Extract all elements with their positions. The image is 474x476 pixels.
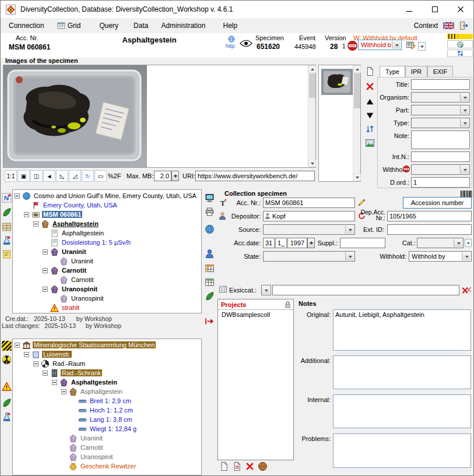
tree-item[interactable]: Uraninit (13, 256, 201, 266)
thumbnail-scrollbar[interactable] (353, 65, 360, 181)
type-select[interactable] (411, 118, 470, 128)
menu-help[interactable]: Help (218, 19, 242, 32)
tree-item[interactable]: Wiegt 1: 12,84 g (13, 424, 201, 433)
acc-date-day-input[interactable] (263, 238, 275, 248)
dep-acc-nr-input[interactable] (387, 211, 472, 221)
table-green-icon[interactable] (205, 277, 215, 287)
eye-icon[interactable] (240, 40, 252, 47)
page-icon[interactable] (219, 461, 229, 471)
scroll-down-button[interactable] (308, 160, 316, 167)
uri-input[interactable] (195, 171, 315, 181)
edit-pencil-icon[interactable] (357, 198, 366, 207)
scroll-thumb[interactable] (354, 73, 360, 108)
tree-item[interactable]: Uraninit (13, 433, 201, 443)
x-icon[interactable] (245, 461, 255, 471)
tree-item[interactable]: Carnotit (13, 275, 201, 284)
leaf-icon[interactable] (205, 291, 215, 301)
thumbnail-image[interactable] (321, 69, 353, 95)
withhold-select[interactable]: Withhold by (409, 251, 472, 262)
tree-item[interactable]: Asphaltgestein (13, 228, 201, 238)
exit-icon[interactable] (459, 21, 469, 30)
trefoil-icon[interactable] (2, 355, 12, 365)
menu-administration[interactable]: Administration (156, 19, 210, 32)
exsiccat-mini-select[interactable] (261, 285, 271, 295)
down-icon[interactable] (365, 111, 375, 121)
sort-icon[interactable] (365, 124, 375, 134)
rotate-right-button[interactable]: ◿ (69, 170, 81, 182)
max-mb-stepper[interactable] (171, 171, 179, 181)
tab-exif[interactable]: EXIF (427, 66, 453, 77)
int-n-input[interactable] (411, 151, 470, 162)
leaf-icon[interactable] (2, 398, 12, 408)
flip-horizontal-button[interactable]: ◫ (30, 170, 43, 182)
state-select[interactable] (263, 251, 355, 262)
menu-connection[interactable]: Connection (4, 19, 49, 32)
maximize-button[interactable] (422, 1, 448, 18)
cat-select[interactable] (417, 238, 464, 248)
collapse-icon[interactable] (33, 221, 38, 227)
accession-number-button[interactable]: Accession number (403, 197, 472, 209)
tree-item[interactable]: Cosmo and Union Gulf's Mine, Emery Count… (13, 191, 201, 200)
collapse-icon[interactable] (15, 343, 20, 348)
x-icon[interactable] (365, 82, 375, 91)
refresh-button[interactable]: ↻ (82, 170, 94, 182)
tree-item[interactable]: Uranospinit (13, 452, 201, 461)
tree-item[interactable]: Rad.-Raum (13, 359, 201, 368)
max-mb-input[interactable] (154, 171, 171, 181)
exsiccat-input[interactable] (272, 285, 459, 295)
scroll-down-button[interactable] (353, 174, 361, 181)
minimize-button[interactable] (396, 1, 422, 18)
depositor-input[interactable] (263, 211, 355, 221)
collapse-icon[interactable] (43, 287, 48, 292)
note-textarea[interactable] (411, 131, 470, 149)
flask-icon[interactable] (2, 235, 12, 245)
image-viewer[interactable] (3, 65, 316, 168)
collapse-icon[interactable] (24, 352, 29, 357)
source-select[interactable] (263, 224, 355, 235)
redarrow-icon[interactable] (205, 316, 215, 326)
organism-select[interactable] (411, 92, 470, 103)
collapse-icon[interactable] (61, 389, 66, 394)
collapse-icon[interactable] (52, 380, 57, 385)
image-withhold-select[interactable] (411, 164, 470, 175)
tree-item[interactable]: Luisenstr. (13, 350, 201, 359)
leaf-icon[interactable] (2, 207, 12, 217)
d-ord-input[interactable] (411, 177, 470, 188)
additional-textarea[interactable] (333, 355, 471, 389)
border-toggle-button[interactable]: ▭ (94, 170, 107, 182)
collapse-icon[interactable] (15, 193, 20, 199)
tree-item[interactable]: Carnotit (13, 443, 201, 452)
tab-ipr[interactable]: IPR (405, 66, 427, 77)
tree-item[interactable]: Uranospinit (13, 284, 201, 294)
tree-item[interactable]: Rad.-Schrank (13, 368, 201, 378)
fit-window-button[interactable]: ▣ (17, 170, 30, 182)
scroll-up-button[interactable] (353, 65, 361, 73)
specimen-tree[interactable]: Cosmo and Union Gulf's Mine, Emery Count… (12, 189, 202, 313)
tree-item[interactable]: Hoch 1: 1,2 cm (13, 406, 201, 415)
collapse-icon[interactable] (33, 361, 38, 366)
part-select[interactable] (411, 105, 470, 115)
header-dropdown-button[interactable] (418, 42, 426, 51)
hazard-icon[interactable] (2, 341, 12, 351)
collapse-icon[interactable] (43, 268, 48, 273)
tree-item[interactable]: Carnotit (13, 266, 201, 275)
tree-item[interactable]: Asphaltgestein (13, 378, 201, 387)
menu-grid[interactable]: Grid (52, 19, 86, 32)
monitor-icon[interactable] (205, 193, 215, 203)
thumbnail-panel[interactable] (318, 65, 361, 182)
tree-item[interactable]: Geschenk Rewitzer (13, 461, 201, 471)
tree-item[interactable]: Breit 1: 2,9 cm (13, 396, 201, 406)
tree-item[interactable]: Mineralogische Staatssammlung München (13, 340, 201, 350)
tree-item[interactable]: Asphaltgestein (13, 219, 201, 228)
problems-textarea[interactable] (333, 433, 471, 468)
acc-date-year-input[interactable] (287, 238, 307, 248)
tab-type[interactable]: Type (380, 66, 405, 77)
collapse-icon[interactable] (24, 212, 29, 217)
collapse-icon[interactable] (43, 371, 48, 376)
globe-icon[interactable] (205, 224, 215, 234)
menu-query[interactable]: Query (94, 19, 123, 32)
close-button[interactable] (448, 1, 473, 18)
menu-data[interactable]: Data (129, 19, 153, 32)
samples-icon[interactable] (2, 222, 12, 232)
scroll-up-button[interactable] (308, 65, 316, 73)
